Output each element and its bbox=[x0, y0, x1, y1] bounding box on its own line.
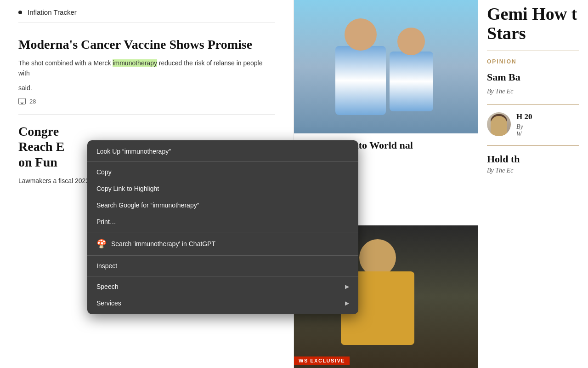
opinion-author1[interactable]: Sam Ba bbox=[487, 71, 579, 83]
context-menu-item-chatgpt[interactable]: 🍄Search 'immunotherapy' in ChatGPT bbox=[87, 234, 358, 253]
comment-count: 28 bbox=[29, 98, 36, 105]
chevron-right-icon: ▶ bbox=[345, 300, 349, 306]
context-menu-item-inspect[interactable]: Inspect bbox=[87, 258, 358, 274]
news-exclusive-label: WS EXCLUSIVE bbox=[294, 356, 350, 365]
right-divider3 bbox=[487, 145, 579, 146]
context-menu-label: Copy bbox=[96, 168, 112, 176]
author1-byline: By The Ec bbox=[487, 88, 579, 95]
article-moderna-body2: said. bbox=[18, 83, 275, 93]
player2 bbox=[386, 28, 436, 120]
context-menu-label: Inspect bbox=[96, 262, 117, 270]
context-menu-separator bbox=[87, 255, 358, 256]
soccer-image: 10 bbox=[294, 0, 478, 133]
highlighted-word[interactable]: immunotherapy bbox=[113, 59, 157, 67]
context-menu-label: Print… bbox=[96, 218, 116, 225]
nav-label: Inflation Tracker bbox=[28, 8, 77, 16]
context-menu: Look Up “immunotherapy”CopyCopy Link to … bbox=[87, 140, 358, 314]
context-menu-item-lookup[interactable]: Look Up “immunotherapy” bbox=[87, 143, 358, 160]
soccer-scene: 10 bbox=[294, 0, 478, 133]
article-moderna-headline[interactable]: Moderna's Cancer Vaccine Shows Promise bbox=[18, 37, 275, 52]
article-moderna-body: The shot combined with a Merck immunothe… bbox=[18, 58, 275, 79]
context-menu-label: Search Google for “immunotherapy” bbox=[96, 201, 199, 209]
context-menu-item-print[interactable]: Print… bbox=[87, 213, 358, 230]
mushroom-icon: 🍄 bbox=[96, 239, 107, 249]
article-body-start: The shot combined with a Merck bbox=[18, 59, 113, 67]
nav-item-inflation[interactable]: Inflation Tracker bbox=[18, 0, 275, 23]
context-menu-item-speech[interactable]: Speech▶ bbox=[87, 278, 358, 295]
context-menu-separator bbox=[87, 232, 358, 232]
context-menu-item-copy[interactable]: Copy bbox=[87, 164, 358, 180]
news-exclusive-tag: WS EXCLUSIVE bbox=[294, 356, 350, 364]
right-divider bbox=[487, 51, 579, 51]
opinion-title2[interactable]: H 20 bbox=[516, 112, 579, 121]
context-menu-label: Look Up “immunotherapy” bbox=[96, 148, 171, 155]
article-meta: 28 bbox=[18, 98, 275, 105]
nav-dot bbox=[18, 11, 22, 14]
right-column: Gemi How t Stars OPINION Sam Ba By The E… bbox=[478, 0, 588, 368]
avatar-face bbox=[491, 116, 507, 136]
author2-byline: By W bbox=[516, 123, 579, 138]
hold-the-title[interactable]: Hold th bbox=[487, 153, 579, 165]
avatar bbox=[487, 112, 511, 136]
context-menu-item-copy-link[interactable]: Copy Link to Highlight bbox=[87, 180, 358, 197]
right-col-title: Gemi How t Stars bbox=[487, 0, 579, 43]
context-menu-label: Speech bbox=[96, 283, 118, 290]
context-menu-separator bbox=[87, 161, 358, 162]
context-menu-item-services[interactable]: Services▶ bbox=[87, 295, 358, 311]
opinion-item-avatar: H 20 By W bbox=[487, 112, 579, 138]
context-menu-item-search-google[interactable]: Search Google for “immunotherapy” bbox=[87, 197, 358, 213]
chevron-right-icon: ▶ bbox=[345, 283, 349, 290]
context-menu-label: Copy Link to Highlight bbox=[96, 185, 159, 192]
player1 bbox=[331, 18, 390, 124]
article-moderna: Moderna's Cancer Vaccine Shows Promise T… bbox=[18, 28, 275, 115]
context-menu-label: Services bbox=[96, 299, 121, 307]
context-menu-label: Search 'immunotherapy' in ChatGPT bbox=[111, 240, 215, 247]
opinion-label: OPINION bbox=[487, 58, 579, 65]
context-menu-separator bbox=[87, 276, 358, 276]
opinion-text: H 20 By W bbox=[516, 112, 579, 138]
hold-the-byline: By The Ec bbox=[487, 167, 579, 174]
comment-icon[interactable] bbox=[18, 98, 26, 104]
right-divider2 bbox=[487, 104, 579, 105]
